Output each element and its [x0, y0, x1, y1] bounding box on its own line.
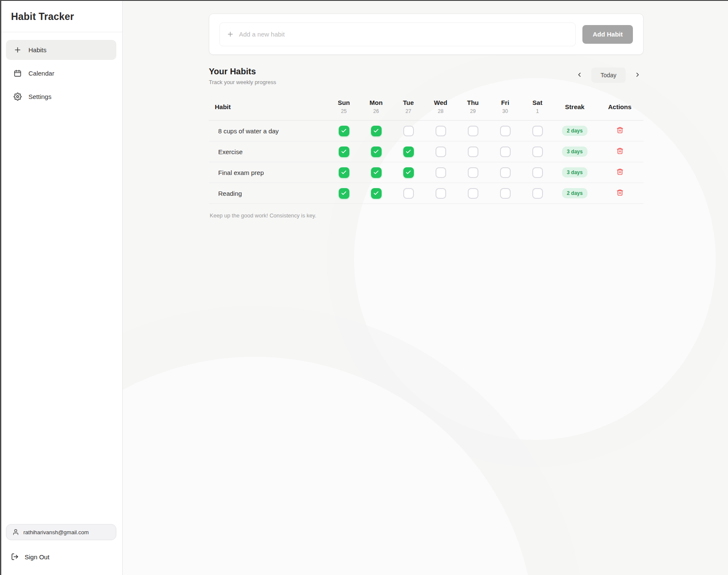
checkbox-cell — [424, 126, 457, 136]
column-header-habit: Habit — [209, 103, 328, 110]
checkbox-cell — [424, 147, 457, 157]
habit-checkbox[interactable] — [339, 167, 349, 178]
day-name: Thu — [457, 99, 489, 106]
habit-checkbox[interactable] — [436, 147, 446, 157]
add-habit-button[interactable]: Add Habit — [582, 25, 633, 44]
column-header-day: Wed28 — [424, 99, 457, 114]
checkbox-cell — [392, 126, 424, 136]
checkbox-cell — [489, 147, 521, 157]
habit-checkbox[interactable] — [468, 167, 478, 178]
day-name: Mon — [360, 99, 392, 106]
habit-checkbox[interactable] — [339, 147, 349, 157]
checkbox-cell — [360, 188, 392, 199]
habit-name: Final exam prep — [209, 169, 328, 176]
add-habit-input[interactable] — [239, 31, 568, 38]
action-cell — [596, 127, 644, 135]
habit-checkbox[interactable] — [403, 188, 414, 199]
habit-checkbox[interactable] — [403, 126, 414, 136]
habits-table: HabitSun25Mon26Tue27Wed28Thu29Fri30Sat1S… — [209, 95, 644, 204]
habit-checkbox[interactable] — [500, 188, 511, 199]
checkbox-cell — [424, 188, 457, 199]
checkbox-cell — [521, 188, 554, 199]
section-subtitle: Track your weekly progress — [209, 79, 276, 85]
day-name: Wed — [424, 99, 457, 106]
streak-cell: 2 days — [554, 188, 596, 198]
habit-checkbox[interactable] — [371, 126, 382, 136]
chevron-left-icon — [576, 71, 583, 79]
habit-checkbox[interactable] — [436, 188, 446, 199]
delete-habit-button[interactable] — [616, 147, 624, 156]
habit-checkbox[interactable] — [436, 167, 446, 178]
trash-icon — [616, 191, 624, 197]
habit-checkbox[interactable] — [403, 167, 414, 178]
delete-habit-button[interactable] — [616, 168, 624, 177]
sidebar: Habit Tracker Habits Calendar Settings — [0, 0, 123, 575]
streak-badge: 2 days — [562, 126, 587, 136]
day-name: Tue — [392, 99, 424, 106]
table-row: 8 cups of water a day2 days — [209, 121, 644, 141]
gear-icon — [14, 93, 22, 101]
app-title: Habit Tracker — [11, 11, 111, 23]
checkbox-cell — [489, 126, 521, 136]
next-week-button[interactable] — [632, 69, 644, 81]
column-header-day: Mon26 — [360, 99, 392, 114]
habit-checkbox[interactable] — [532, 126, 543, 136]
action-cell — [596, 168, 644, 177]
column-header-day: Thu29 — [457, 99, 489, 114]
trash-icon — [616, 129, 624, 135]
column-header-day: Fri30 — [489, 99, 521, 114]
habit-checkbox[interactable] — [532, 167, 543, 178]
habit-checkbox[interactable] — [339, 188, 349, 199]
today-button[interactable]: Today — [591, 68, 626, 83]
sidebar-item-settings[interactable]: Settings — [6, 87, 116, 107]
plus-icon — [227, 31, 234, 38]
streak-badge: 3 days — [562, 147, 587, 157]
user-email-pill: rathiharivansh@gmail.com — [6, 524, 116, 540]
day-date: 26 — [360, 108, 392, 114]
habit-checkbox[interactable] — [371, 167, 382, 178]
sidebar-item-calendar[interactable]: Calendar — [6, 63, 116, 83]
habits-section-header: Your Habits Track your weekly progress T… — [209, 67, 644, 85]
habit-checkbox[interactable] — [468, 188, 478, 199]
habit-checkbox[interactable] — [371, 147, 382, 157]
checkbox-cell — [457, 147, 489, 157]
habit-checkbox[interactable] — [436, 126, 446, 136]
section-title: Your Habits — [209, 67, 276, 76]
habit-checkbox[interactable] — [532, 188, 543, 199]
checkbox-cell — [360, 126, 392, 136]
habit-checkbox[interactable] — [468, 147, 478, 157]
table-body: 8 cups of water a day2 daysExercise3 day… — [209, 121, 644, 204]
streak-badge: 3 days — [562, 167, 587, 178]
sidebar-item-label: Settings — [28, 93, 51, 100]
habit-checkbox[interactable] — [339, 126, 349, 136]
checkbox-cell — [489, 167, 521, 178]
habit-name: 8 cups of water a day — [209, 127, 328, 135]
plus-icon — [14, 46, 22, 54]
add-habit-input-wrap[interactable] — [219, 23, 576, 46]
habit-name: Exercise — [209, 148, 328, 155]
day-name: Sun — [328, 99, 360, 106]
prev-week-button[interactable] — [573, 69, 585, 81]
streak-badge: 2 days — [562, 188, 587, 198]
habit-checkbox[interactable] — [371, 188, 382, 199]
day-date: 25 — [328, 108, 360, 114]
encouragement-note: Keep up the good work! Consistency is ke… — [209, 212, 644, 219]
table-row: Final exam prep3 days — [209, 162, 644, 183]
checkbox-cell — [328, 188, 360, 199]
habit-checkbox[interactable] — [500, 167, 511, 178]
habit-checkbox[interactable] — [532, 147, 543, 157]
sidebar-item-habits[interactable]: Habits — [6, 40, 116, 60]
sign-out-button[interactable]: Sign Out — [6, 550, 116, 564]
checkbox-cell — [457, 167, 489, 178]
delete-habit-button[interactable] — [616, 127, 624, 135]
streak-cell: 3 days — [554, 167, 596, 178]
habit-checkbox[interactable] — [500, 147, 511, 157]
habit-checkbox[interactable] — [403, 147, 414, 157]
habit-checkbox[interactable] — [468, 126, 478, 136]
checkbox-cell — [521, 147, 554, 157]
checkbox-cell — [328, 126, 360, 136]
column-header-actions: Actions — [596, 103, 644, 110]
delete-habit-button[interactable] — [616, 189, 624, 197]
habit-checkbox[interactable] — [500, 126, 511, 136]
table-header-row: HabitSun25Mon26Tue27Wed28Thu29Fri30Sat1S… — [209, 95, 644, 121]
